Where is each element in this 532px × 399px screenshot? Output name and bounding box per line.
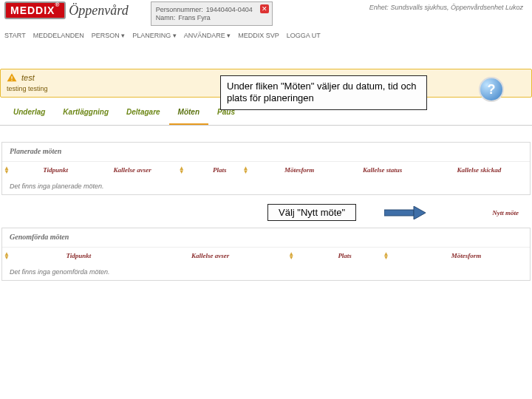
personnummer-value: 19440404-0404: [206, 6, 253, 13]
sort-icon[interactable]: ▲▼: [383, 252, 389, 259]
planned-meetings-panel: Planerade möten ▲▼ Tidpunkt Kallelse avs…: [1, 142, 531, 195]
svg-rect-0: [11, 76, 12, 79]
planned-meetings-table: ▲▼ Tidpunkt Kallelse avser ▲▼ Plats ▲▼ M…: [2, 161, 530, 194]
col-kallelse-skickad[interactable]: Kallelse skickad: [429, 162, 530, 179]
tab-deltagare[interactable]: Deltagare: [117, 102, 169, 125]
instruction-tooltip-1: Under fliken "Möten" väljer du datum, ti…: [220, 75, 427, 110]
svg-rect-1: [11, 80, 12, 81]
instruction-tooltip-2: Välj "Nytt möte": [267, 204, 356, 221]
tab-moten[interactable]: Möten: [169, 102, 208, 125]
new-meeting-button[interactable]: Nytt möte: [492, 209, 529, 216]
menu-svp[interactable]: MEDDIX SVP: [238, 32, 279, 39]
arrow-icon: [384, 206, 426, 221]
main-menu: START MEDDELANDEN PERSON ▾ PLANERING ▾ A…: [0, 30, 532, 41]
unit-info: Enhet: Sundsvalls sjukhus, Öppenvårdsenh…: [369, 1, 529, 11]
tab-underlag[interactable]: Underlag: [4, 102, 54, 125]
warning-icon: [7, 72, 17, 83]
warning-title: test: [21, 73, 35, 82]
unit-label: Enhet:: [369, 4, 389, 11]
tab-kartlaggning[interactable]: Kartläggning: [54, 102, 117, 125]
col-plats[interactable]: Plats: [198, 162, 241, 179]
patient-info-box: Personnummer: 19440404-0404 Namn: Frans …: [151, 1, 273, 26]
header-area: MEDDIX Öppenvård Personnummer: 19440404-…: [0, 0, 532, 27]
menu-messages[interactable]: MEDDELANDEN: [33, 32, 84, 39]
done-empty-message: Det finns inga genomförda möten.: [2, 264, 530, 280]
svg-rect-2: [384, 210, 414, 216]
done-meetings-panel: Genomförda möten ▲▼ Tidpunkt Kallelse av…: [1, 228, 531, 281]
menu-planning[interactable]: PLANERING ▾: [132, 32, 177, 39]
planned-meetings-heading: Planerade möten: [2, 143, 530, 161]
col-tidpunkt[interactable]: Tidpunkt: [24, 248, 134, 265]
close-icon[interactable]: ✕: [260, 4, 269, 13]
sort-icon[interactable]: ▲▼: [4, 166, 10, 174]
menu-user[interactable]: ANVÄNDARE ▾: [184, 32, 231, 39]
col-motesform[interactable]: Mötesform: [403, 248, 530, 265]
unit-value: Sundsvalls sjukhus, Öppenvårdsenhet Luko…: [390, 4, 523, 11]
personnummer-label: Personnummer:: [156, 6, 203, 13]
col-kallelse-avser[interactable]: Kallelse avser: [134, 248, 287, 265]
new-meeting-row: Välj "Nytt möte" Nytt möte: [3, 204, 529, 222]
sort-icon[interactable]: ▲▼: [4, 252, 10, 259]
menu-start[interactable]: START: [4, 32, 26, 39]
name-label: Namn:: [156, 14, 176, 21]
name-value: Frans Fyra: [178, 14, 211, 21]
sort-icon[interactable]: ▲▼: [242, 166, 248, 174]
col-kallelse-avser[interactable]: Kallelse avser: [88, 162, 177, 179]
brand-subtitle: Öppenvård: [69, 3, 128, 18]
sort-icon[interactable]: ▲▼: [288, 252, 294, 259]
brand-logo: MEDDIX: [4, 1, 66, 19]
col-kallelse-status[interactable]: Kallelse status: [336, 162, 429, 179]
menu-logout[interactable]: LOGGA UT: [287, 32, 321, 39]
menu-person[interactable]: PERSON ▾: [92, 32, 126, 39]
done-meetings-heading: Genomförda möten: [2, 228, 530, 247]
help-icon[interactable]: ?: [479, 77, 504, 102]
logo-block: MEDDIX Öppenvård: [3, 1, 129, 19]
col-plats[interactable]: Plats: [308, 248, 382, 265]
col-tidpunkt[interactable]: Tidpunkt: [24, 162, 88, 179]
planned-empty-message: Det finns inga planerade möten.: [2, 178, 530, 194]
done-meetings-table: ▲▼ Tidpunkt Kallelse avser ▲▼ Plats ▲▼ M…: [2, 247, 530, 280]
sort-icon[interactable]: ▲▼: [179, 166, 185, 174]
col-motesform[interactable]: Mötesform: [262, 162, 336, 179]
